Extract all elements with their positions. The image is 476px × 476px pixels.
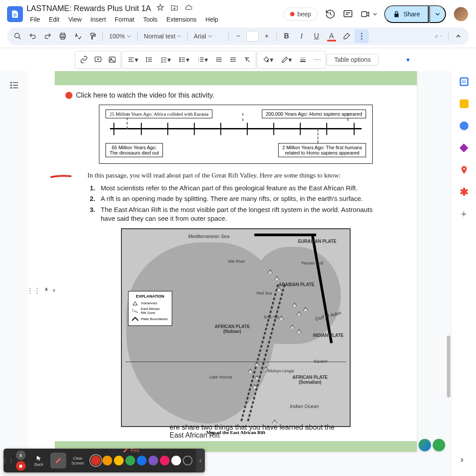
prompt-text: ere share two things that you have learn… <box>152 419 355 444</box>
border-width-icon[interactable] <box>296 53 310 66</box>
drag-handle-icon[interactable]: ⋮⋮ <box>28 287 41 295</box>
meet-button[interactable] <box>360 9 377 19</box>
menu-help[interactable]: Help <box>202 14 222 25</box>
font-size-minus[interactable]: − <box>231 29 246 43</box>
video-link[interactable]: Click here to watch the video for this a… <box>65 91 406 99</box>
indent-decrease-icon[interactable] <box>212 53 226 66</box>
expand-side-panel-icon[interactable] <box>458 457 465 465</box>
passage-list: Most scientists refer to the African par… <box>97 184 389 223</box>
cursor-tool[interactable]: Back <box>31 453 47 468</box>
beep-button[interactable]: beep <box>283 8 317 21</box>
move-icon[interactable] <box>170 4 178 13</box>
menu-edit[interactable]: Edit <box>45 14 63 25</box>
menu-view[interactable]: View <box>65 14 85 25</box>
badge-1[interactable] <box>419 439 431 451</box>
user-avatar[interactable] <box>453 6 469 22</box>
cloud-icon[interactable] <box>185 4 193 13</box>
timeline-label-top-right: 200,000 Years Ago: Homo sapiens appeared <box>262 110 366 118</box>
color-blue[interactable] <box>137 456 147 465</box>
redo-icon[interactable] <box>41 29 55 43</box>
color-pink[interactable] <box>160 456 170 465</box>
menu-tools[interactable]: Tools <box>140 14 161 25</box>
menu-format[interactable]: Format <box>111 14 138 25</box>
menu-file[interactable]: File <box>26 14 44 25</box>
pin-icon[interactable] <box>43 287 49 295</box>
scrollbar[interactable] <box>446 62 450 458</box>
indent-increase-icon[interactable] <box>227 53 240 66</box>
highlight-button[interactable] <box>340 29 354 43</box>
insert-image-icon[interactable] <box>106 53 119 66</box>
table-options-button[interactable]: Table options <box>329 56 376 63</box>
menu-insert[interactable]: Insert <box>87 14 110 25</box>
share-button[interactable]: Share <box>384 5 429 23</box>
collapse-toolbar-button[interactable]: ‹ <box>196 449 205 472</box>
more-button[interactable] <box>355 29 369 43</box>
tasks-icon[interactable] <box>460 121 468 130</box>
fill-color-icon[interactable]: ▾ <box>259 53 277 66</box>
font-size-input[interactable] <box>246 31 259 42</box>
checklist-icon[interactable]: ▾ <box>157 53 174 66</box>
paint-format-icon[interactable] <box>86 29 100 43</box>
color-purple[interactable] <box>148 456 158 465</box>
style-select[interactable]: Normal text <box>140 33 185 40</box>
collapse-toolbar-icon[interactable] <box>451 29 465 43</box>
maps-icon[interactable] <box>460 166 468 174</box>
border-dash-icon[interactable] <box>310 53 324 66</box>
color-red[interactable] <box>91 456 101 465</box>
editing-mode[interactable] <box>431 29 446 43</box>
zoom-select[interactable]: 100% <box>106 33 135 40</box>
color-picker <box>87 456 196 465</box>
color-green[interactable] <box>125 456 135 465</box>
color-orange[interactable] <box>102 456 112 465</box>
history-icon[interactable] <box>325 9 336 19</box>
align-icon[interactable]: ▾ <box>124 53 142 66</box>
drag-handle-icon[interactable]: ⋮⋮ <box>4 457 12 464</box>
header-right: beep Share <box>283 5 469 23</box>
add-comment-icon[interactable] <box>91 53 105 66</box>
badge-2[interactable] <box>433 439 445 451</box>
get-addons-icon[interactable]: + <box>460 210 468 219</box>
bold-button[interactable]: B <box>280 29 294 43</box>
numbered-list-icon[interactable]: 123▾ <box>194 53 212 66</box>
clear-screen-button[interactable]: Clear Screen <box>70 453 86 468</box>
calendar-icon[interactable]: 31 <box>460 77 468 86</box>
italic-button[interactable]: I <box>295 29 309 43</box>
undo-icon[interactable] <box>26 29 40 43</box>
docs-logo[interactable] <box>7 6 23 22</box>
font-select[interactable]: Arial <box>190 33 226 40</box>
color-none[interactable] <box>183 456 193 465</box>
border-color-icon[interactable]: ▾ <box>278 53 295 66</box>
keep-icon[interactable] <box>460 99 468 108</box>
svg-point-21 <box>11 87 11 88</box>
pen-tool[interactable] <box>50 453 66 468</box>
menu-extensions[interactable]: Extensions <box>163 14 200 25</box>
outline-toggle-icon[interactable] <box>9 80 19 91</box>
pen-label: Pen <box>123 448 140 453</box>
print-icon[interactable] <box>56 29 70 43</box>
clear-formatting-icon[interactable] <box>241 53 254 66</box>
font-size-plus[interactable]: + <box>260 29 274 43</box>
bullet-list-icon[interactable]: ▾ <box>175 53 193 66</box>
comments-icon[interactable] <box>343 9 353 19</box>
doc-title[interactable]: LASTNAME: Rewards Plus Unit 1A <box>26 4 151 13</box>
underline-button[interactable]: U <box>310 29 324 43</box>
search-icon[interactable] <box>11 29 25 43</box>
addon-icon[interactable]: ✱ <box>460 188 468 196</box>
document-area[interactable]: ⋮⋮ + Click here to watch the video for t… <box>28 71 451 476</box>
line-spacing-icon[interactable] <box>143 53 156 66</box>
svg-point-13 <box>180 57 181 58</box>
share-dropdown[interactable] <box>429 5 446 23</box>
text-color-button[interactable]: A <box>325 29 339 43</box>
map-figure: Mediterranean Sea Nile River EURASIAN PL… <box>121 228 351 427</box>
spellcheck-icon[interactable] <box>71 29 85 43</box>
color-white[interactable] <box>171 456 181 465</box>
stop-button[interactable]: ⏹ <box>16 461 26 471</box>
pen-annotation <box>50 174 72 178</box>
star-icon[interactable] <box>156 4 164 13</box>
svg-point-22 <box>463 168 465 170</box>
color-yellow[interactable] <box>114 456 124 465</box>
contacts-icon[interactable] <box>460 144 468 152</box>
pause-button[interactable]: ⏸ <box>16 450 26 460</box>
toolbar-overflow-icon[interactable]: ▾ <box>406 56 410 64</box>
link-icon[interactable] <box>77 53 91 66</box>
